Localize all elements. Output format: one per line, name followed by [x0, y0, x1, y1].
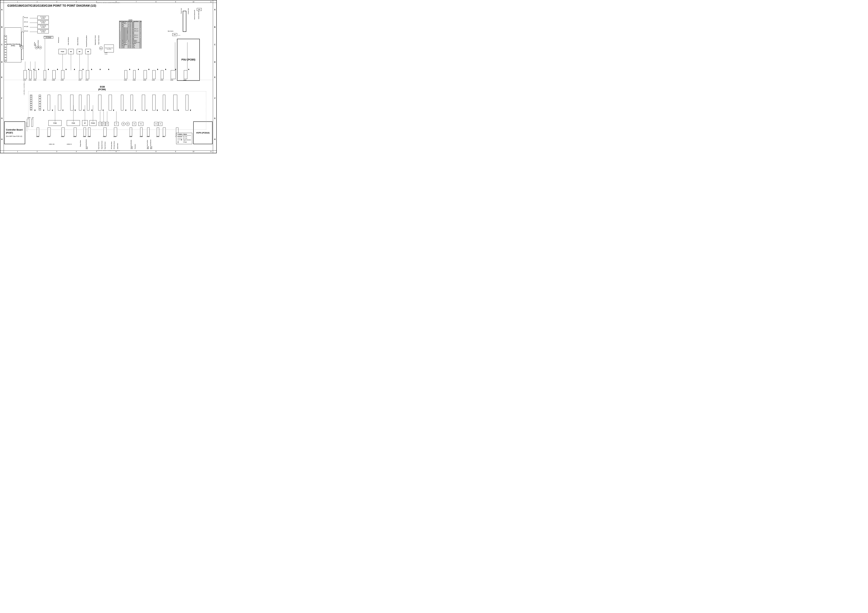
cn300-cell: A_PIGATE_N_M	[122, 31, 128, 32]
svg-marker-61	[157, 110, 158, 111]
cn300-table: CN300 Pin# Signal Name I/O Pin# Signal N…	[119, 19, 141, 48]
waste-toner-bottle-label: Waste Toner Bottle Set Sensor	[150, 137, 152, 149]
s1-box: S1	[99, 122, 102, 126]
cn326-lower-block	[130, 128, 132, 136]
svg-marker-50	[43, 110, 44, 111]
cn331-label: CN331	[152, 79, 155, 80]
grid-num-8: 8	[155, 1, 157, 3]
svg-marker-63	[178, 110, 179, 111]
cn318-label: CN318	[124, 79, 127, 80]
svg-marker-46	[165, 68, 166, 70]
svg-marker-45	[157, 68, 158, 70]
waste-toner-overflow-label: Waste Toner Overflow Sensor	[147, 138, 149, 149]
cn302-block	[62, 128, 65, 136]
tm-sensors-label: TM Sensors	[58, 37, 59, 43]
op-panel-large-connector	[4, 35, 7, 62]
svg-marker-58	[125, 110, 126, 111]
grid-num-bot-11: 11	[210, 151, 212, 152]
diagram-title: G165/G166/G167/G181/G183/G184 POINT TO P…	[7, 4, 96, 7]
cn300-cell: A_PIGATE_N_C	[122, 39, 128, 40]
m6-box: M6	[85, 49, 91, 54]
egb-connector-7	[87, 95, 90, 110]
grid-letter-right-C: C	[214, 44, 215, 46]
grid-letter-right-A: A	[214, 9, 215, 11]
cn300-cell: A_PIGATE_N_K	[122, 28, 128, 28]
table-row: 25+3.3VEP50+3.3VEP	[119, 47, 141, 48]
id-chip-c: ID Chip [C](PCB2)	[37, 29, 49, 33]
egb-connector-9	[109, 95, 112, 110]
cn300-header-io2: I/O	[140, 21, 141, 22]
grid-letter-G: G	[1, 118, 3, 119]
cn305-lower-block	[140, 128, 143, 136]
m5-box: M5	[77, 49, 82, 54]
cn313-block	[23, 70, 27, 79]
egb-connector-4	[58, 95, 61, 110]
symbol-voltage-label: Voltage	[183, 141, 187, 142]
pcb8-box: PCB8	[48, 120, 62, 126]
cn300-cell: SLP_N/A_SLP_PSU	[132, 42, 140, 43]
cn307-label: CN307	[83, 136, 86, 137]
cn313-label: CN313	[23, 79, 26, 80]
svg-marker-37	[74, 68, 75, 70]
cn315-label: CN315	[156, 136, 159, 137]
grid-num-bot-10: 10	[192, 151, 194, 152]
main-switch-label: Main Switch	[168, 31, 174, 32]
grid-num-5: 5	[96, 1, 97, 3]
svg-marker-41	[108, 68, 109, 70]
grid-num-9: 9	[175, 1, 176, 3]
svg-marker-59	[135, 110, 136, 111]
cn331-block	[152, 70, 155, 79]
interlock-24v-label: Interlock Switch (24V)	[198, 10, 199, 19]
grid-num-bot-2: 2	[37, 151, 37, 152]
egb-connector-5	[70, 95, 73, 110]
grid-letter-E: E	[1, 76, 2, 78]
cn301-label: CN301	[73, 136, 76, 137]
svg-marker-54	[83, 110, 84, 111]
cn300-cell: A_PIGATE_N_K	[122, 29, 128, 31]
op-panel-connector	[21, 32, 23, 60]
motor-m3: M3	[39, 46, 42, 49]
fusing-lamp-label: Fusing Lamp	[188, 8, 189, 14]
m8-circle: M8	[121, 122, 125, 126]
grid-num-bot-3: 3	[56, 151, 57, 152]
hvps-box: HVPS (PCB10)	[193, 121, 212, 144]
dc-line-symbol	[177, 138, 182, 139]
s4-box: S4	[114, 122, 119, 126]
pcb3-board: ID Chip Board [K, Y, M, C] (PCB3)	[44, 36, 53, 39]
cn300-cell: +3.3VE	[122, 47, 128, 48]
cn300-cell: A_PIGATE_N_M	[122, 33, 128, 34]
id-chip-k: ID Chip [K](PCB2)	[37, 16, 49, 20]
cn300-header-signal2: Signal Name	[132, 21, 140, 22]
m9-circle: M9	[126, 122, 130, 126]
cn309-block	[61, 70, 64, 79]
controller-label: Controller Board(PCB7)	[6, 128, 23, 135]
cn301-block	[74, 128, 76, 136]
sync-detector-label: Synchronizing Detector Board	[86, 138, 88, 149]
cn302-label: CN302	[61, 136, 64, 137]
egb-connector-3	[48, 95, 50, 110]
transport-fusing-label: Transport/Fusing Motor	[86, 35, 87, 47]
fusing-fan-motor-label: Fusing Fan Motor	[37, 40, 39, 48]
controller-sub: (For MFP See PCB 12)	[6, 135, 22, 137]
cn326-lower-label: CN326	[129, 136, 132, 137]
pcb4-label: PCB4	[61, 51, 64, 52]
egb-connector-8	[98, 95, 101, 110]
cn300-header-pin1: Pin#	[119, 21, 122, 22]
cn308-lower-label: CN308	[88, 136, 90, 137]
paper-feed-clutch-label: Paper Feed Clutch	[98, 35, 99, 45]
cn300-cell: P	[140, 47, 141, 48]
cn300-header-io1: I/O	[128, 21, 130, 22]
cn319-label: CN319	[183, 79, 186, 80]
cn325-block	[37, 128, 39, 136]
cn307-lower2-block	[147, 128, 150, 136]
registration-clutch-label: Registration Clutch	[95, 35, 96, 45]
drawer-label1: Drawer	[105, 52, 107, 53]
s7-box: S7	[158, 122, 162, 126]
cn300-cell: A_PIGATE_N_C	[122, 36, 128, 37]
cn1-label: CN1	[32, 117, 34, 118]
m5-label: M5	[79, 51, 81, 52]
symbol-row-signal: Signal Direction	[177, 139, 191, 141]
grid-num-4: 4	[76, 1, 77, 3]
voltage-symbol	[177, 141, 182, 143]
paper-exit-sensor-label: Paper Exit Sensor	[104, 139, 105, 149]
